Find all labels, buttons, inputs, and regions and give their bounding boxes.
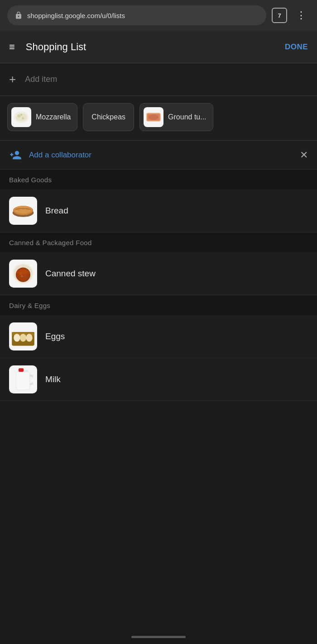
ground-turkey-label: Ground tu... [168, 113, 207, 121]
hamburger-menu-icon[interactable]: ≡ [9, 41, 15, 53]
suggestion-chip-chickpeas[interactable]: Chickpeas [83, 103, 134, 131]
mozzarella-icon [11, 107, 31, 127]
home-indicator [131, 636, 186, 638]
svg-point-20 [21, 275, 23, 277]
svg-point-21 [17, 270, 30, 274]
browser-chrome: shoppinglist.google.com/u/0/lists 7 ⋮ [0, 0, 317, 31]
ground-turkey-icon [144, 107, 163, 127]
svg-rect-28 [16, 372, 29, 390]
bottom-bar [0, 630, 317, 644]
add-item-row: + [0, 63, 317, 96]
suggestions-row: Mozzarella Chickpeas Ground tu... [0, 96, 317, 141]
list-item-milk[interactable]: Milk [0, 358, 317, 401]
add-collaborator-label[interactable]: Add a collaborator [29, 151, 293, 160]
address-bar[interactable]: shoppinglist.google.com/u/0/lists [7, 5, 266, 25]
svg-point-3 [22, 117, 24, 119]
milk-image [9, 365, 37, 393]
category-baked-goods-label: Baked Goods [9, 176, 52, 184]
svg-point-25 [20, 334, 26, 342]
bread-label: Bread [45, 206, 68, 216]
chickpeas-label: Chickpeas [91, 113, 125, 121]
tab-count[interactable]: 7 [272, 8, 287, 23]
svg-point-24 [14, 334, 20, 342]
category-dairy-eggs-label: Dairy & Eggs [9, 302, 50, 309]
svg-point-19 [24, 275, 26, 277]
eggs-label: Eggs [45, 331, 65, 341]
canned-stew-image [9, 260, 37, 288]
milk-label: Milk [45, 374, 61, 384]
svg-point-12 [22, 208, 25, 210]
svg-point-7 [149, 114, 159, 120]
more-menu-icon[interactable]: ⋮ [293, 8, 310, 23]
list-item-canned-stew[interactable]: Canned stew [0, 252, 317, 295]
svg-point-4 [20, 114, 22, 116]
done-button[interactable]: DONE [285, 43, 308, 52]
add-item-input[interactable] [25, 75, 308, 84]
app-header: ≡ Shopping List DONE [0, 31, 317, 63]
add-person-icon [9, 149, 22, 161]
category-canned-food-header: Canned & Packaged Food [0, 232, 317, 252]
svg-point-2 [18, 114, 20, 117]
svg-point-26 [26, 334, 32, 342]
category-canned-food-label: Canned & Packaged Food [9, 239, 92, 246]
url-text: shoppinglist.google.com/u/0/lists [27, 12, 125, 19]
suggestion-chip-mozzarella[interactable]: Mozzarella [7, 103, 77, 131]
lock-icon [14, 11, 23, 19]
collaborator-bar: Add a collaborator ✕ [0, 141, 317, 170]
mozzarella-label: Mozzarella [36, 113, 71, 121]
eggs-image [9, 322, 37, 350]
list-item-eggs[interactable]: Eggs [0, 315, 317, 358]
category-baked-goods-header: Baked Goods [0, 170, 317, 189]
bottom-spacer [0, 401, 317, 428]
bread-image [9, 197, 37, 225]
category-dairy-eggs-header: Dairy & Eggs [0, 295, 317, 315]
page-title: Shopping List [26, 41, 285, 53]
close-collaborator-icon[interactable]: ✕ [300, 149, 308, 161]
suggestion-chip-ground-turkey[interactable]: Ground tu... [139, 103, 213, 131]
svg-point-11 [17, 208, 20, 210]
list-item-bread[interactable]: Bread [0, 189, 317, 232]
svg-rect-30 [19, 368, 24, 372]
svg-point-13 [26, 208, 29, 210]
plus-icon: + [9, 72, 16, 86]
svg-point-10 [14, 206, 32, 214]
canned-stew-label: Canned stew [45, 269, 96, 279]
